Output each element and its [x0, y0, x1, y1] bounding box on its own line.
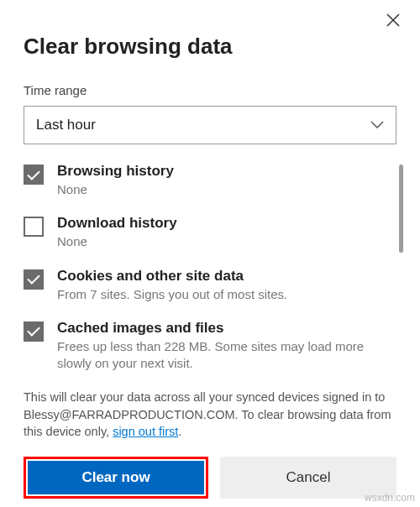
time-range-value: Last hour [36, 117, 96, 133]
option-title: Cached images and files [57, 320, 396, 337]
checkbox-download-history[interactable] [24, 217, 44, 237]
option-title: Browsing history [57, 163, 396, 180]
scrollbar[interactable] [399, 165, 403, 253]
watermark: wsxdn.com [365, 492, 415, 504]
option-desc: None [57, 233, 396, 250]
option-desc: None [57, 181, 396, 198]
sign-out-link[interactable]: sign out first [113, 425, 178, 438]
option-desc: Frees up less than 228 MB. Some sites ma… [57, 338, 396, 373]
option-cookies: Cookies and other site data From 7 sites… [24, 268, 396, 303]
checkbox-browsing-history[interactable] [24, 165, 44, 185]
time-range-select[interactable]: Last hour [24, 106, 396, 144]
checkbox-cookies[interactable] [24, 269, 44, 290]
button-row: Clear now Cancel [24, 457, 396, 499]
chevron-down-icon [370, 118, 384, 133]
sync-info-text: This will clear your data across all you… [24, 389, 396, 440]
option-cached: Cached images and files Frees up less th… [24, 320, 396, 373]
options-list: Browsing history None Download history N… [24, 163, 396, 372]
info-prefix: This will clear your data across all you… [24, 390, 391, 438]
dialog-title: Clear browsing data [24, 34, 396, 60]
checkbox-cached[interactable] [24, 321, 44, 342]
option-browsing-history: Browsing history None [24, 163, 396, 198]
option-desc: From 7 sites. Signs you out of most site… [57, 286, 396, 303]
option-title: Cookies and other site data [57, 268, 396, 285]
info-suffix: . [178, 425, 181, 438]
option-download-history: Download history None [24, 215, 396, 250]
clear-now-button[interactable]: Clear now [28, 461, 204, 494]
close-icon[interactable] [383, 10, 403, 30]
time-range-label: Time range [24, 83, 396, 97]
highlight-box: Clear now [24, 457, 208, 499]
option-title: Download history [57, 215, 396, 232]
